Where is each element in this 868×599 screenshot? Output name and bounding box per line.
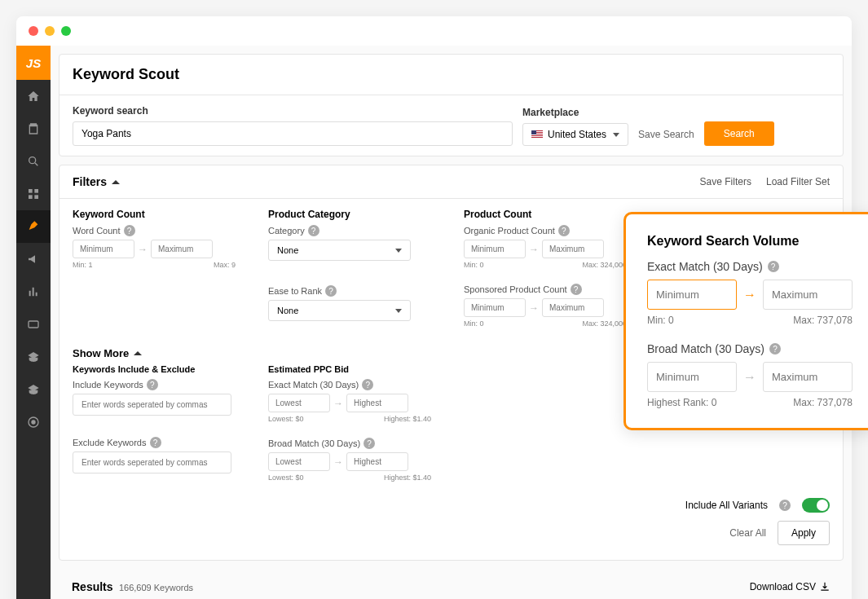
close-window-icon[interactable] — [29, 26, 38, 36]
caret-down-icon — [395, 309, 402, 313]
product-category-header: Product Category — [268, 209, 431, 220]
keyword-search-input[interactable] — [73, 121, 513, 146]
nav-search[interactable] — [16, 145, 51, 178]
exclude-keywords-input[interactable] — [73, 451, 231, 473]
broad-min-input[interactable] — [647, 362, 737, 392]
help-icon[interactable]: ? — [779, 500, 791, 511]
ppc-header: Estimated PPC Bid — [268, 364, 431, 374]
svg-rect-4 — [34, 195, 38, 199]
us-flag-icon — [531, 130, 543, 139]
ppc-exact-high-input[interactable] — [346, 394, 408, 412]
category-select[interactable]: None — [268, 240, 411, 261]
download-icon — [819, 581, 831, 592]
ease-select[interactable]: None — [268, 300, 411, 321]
include-variants-toggle[interactable] — [802, 498, 830, 513]
arrow-right-icon: → — [333, 456, 343, 468]
save-filters-link[interactable]: Save Filters — [700, 176, 751, 187]
results-count: 166,609 Keywords — [119, 583, 193, 592]
filters-toggle[interactable]: Filters — [73, 175, 120, 188]
broad-max-hint: Max: 737,078 — [793, 397, 853, 408]
include-variants-label: Include All Variants — [685, 500, 768, 511]
sidebar: JS — [16, 46, 51, 599]
help-icon[interactable]: ? — [308, 225, 319, 236]
category-label: Category — [268, 226, 305, 236]
nav-clipboard[interactable] — [16, 112, 51, 145]
arrow-right-icon: → — [743, 288, 756, 302]
help-icon[interactable]: ? — [124, 225, 135, 236]
arrow-right-icon: → — [529, 244, 539, 255]
help-icon[interactable]: ? — [558, 225, 570, 236]
svg-rect-2 — [34, 189, 38, 193]
download-csv-link[interactable]: Download CSV — [750, 581, 831, 592]
svg-point-0 — [29, 157, 36, 164]
word-count-min-input[interactable] — [73, 240, 134, 258]
nav-grid[interactable] — [16, 178, 51, 210]
minimize-window-icon[interactable] — [45, 26, 55, 36]
exact-min-input[interactable] — [647, 280, 737, 310]
page-title: Keyword Scout — [59, 55, 843, 95]
ppc-broad-label: Broad Match (30 Days) — [268, 438, 360, 448]
nav-education[interactable] — [16, 341, 51, 373]
sponsored-min-input[interactable] — [464, 298, 526, 317]
exclude-label: Exclude Keywords — [73, 438, 147, 447]
sponsored-label: Sponsored Product Count — [464, 284, 567, 294]
ppc-broad-low-input[interactable] — [268, 452, 330, 471]
marketplace-label: Marketplace — [522, 107, 628, 118]
nav-keyword-scout[interactable] — [16, 210, 51, 243]
arrow-right-icon: → — [138, 244, 148, 255]
marketplace-select[interactable]: United States — [522, 123, 628, 146]
overlay-broad-label: Broad Match (30 Days) — [647, 342, 764, 355]
ppc-exact-label: Exact Match (30 Days) — [268, 380, 359, 390]
arrow-right-icon: → — [333, 398, 343, 409]
broad-max-input[interactable] — [763, 362, 853, 392]
arrow-right-icon: → — [743, 370, 756, 385]
filters-title-label: Filters — [73, 175, 107, 188]
svg-rect-1 — [29, 189, 33, 193]
overlay-exact-label: Exact Match (30 Days) — [647, 260, 763, 273]
word-count-min-hint: Min: 1 — [73, 261, 93, 269]
ppc-exact-low-input[interactable] — [268, 394, 330, 412]
help-icon[interactable]: ? — [364, 438, 375, 449]
nav-education-2[interactable] — [16, 373, 51, 406]
include-label: Include Keywords — [73, 380, 143, 390]
nav-megaphone[interactable] — [16, 243, 51, 275]
nav-home[interactable] — [16, 80, 51, 112]
word-count-max-input[interactable] — [151, 240, 213, 258]
keyword-count-header: Keyword Count — [73, 209, 236, 220]
ease-label: Ease to Rank — [268, 286, 322, 296]
exact-min-hint: Min: 0 — [647, 315, 674, 326]
overlay-title: Keyword Search Volume — [647, 234, 853, 249]
include-keywords-input[interactable] — [73, 394, 231, 416]
svg-rect-3 — [29, 195, 33, 199]
organic-min-input[interactable] — [464, 240, 526, 258]
nav-ad[interactable] — [16, 308, 51, 341]
organic-label: Organic Product Count — [464, 226, 555, 236]
clear-all-link[interactable]: Clear All — [729, 527, 766, 539]
maximize-window-icon[interactable] — [61, 26, 71, 36]
sponsored-max-input[interactable] — [542, 298, 604, 317]
help-icon[interactable]: ? — [769, 343, 781, 355]
help-icon[interactable]: ? — [571, 284, 582, 295]
organic-max-input[interactable] — [542, 240, 604, 258]
help-icon[interactable]: ? — [362, 379, 373, 390]
help-icon[interactable]: ? — [768, 261, 779, 272]
help-icon[interactable]: ? — [325, 285, 337, 297]
apply-button[interactable]: Apply — [778, 521, 830, 545]
help-icon[interactable]: ? — [150, 437, 161, 448]
window-titlebar — [16, 16, 852, 46]
save-search-link[interactable]: Save Search — [638, 129, 694, 140]
search-button[interactable]: Search — [704, 121, 774, 146]
word-count-max-hint: Max: 9 — [214, 261, 236, 269]
include-exclude-header: Keywords Include & Exclude — [73, 364, 236, 374]
results-label: Results — [72, 580, 113, 593]
chevron-up-icon — [112, 180, 120, 184]
exact-max-input[interactable] — [763, 280, 853, 310]
nav-chrome[interactable] — [16, 406, 51, 438]
help-icon[interactable]: ? — [147, 379, 158, 390]
nav-chart[interactable] — [16, 275, 51, 308]
load-filter-set-link[interactable]: Load Filter Set — [766, 176, 830, 187]
keyword-search-volume-overlay: Keyword Search Volume Exact Match (30 Da… — [623, 212, 868, 430]
broad-min-hint: Highest Rank: 0 — [647, 397, 716, 408]
ppc-broad-high-input[interactable] — [346, 452, 408, 471]
arrow-right-icon: → — [529, 302, 539, 314]
